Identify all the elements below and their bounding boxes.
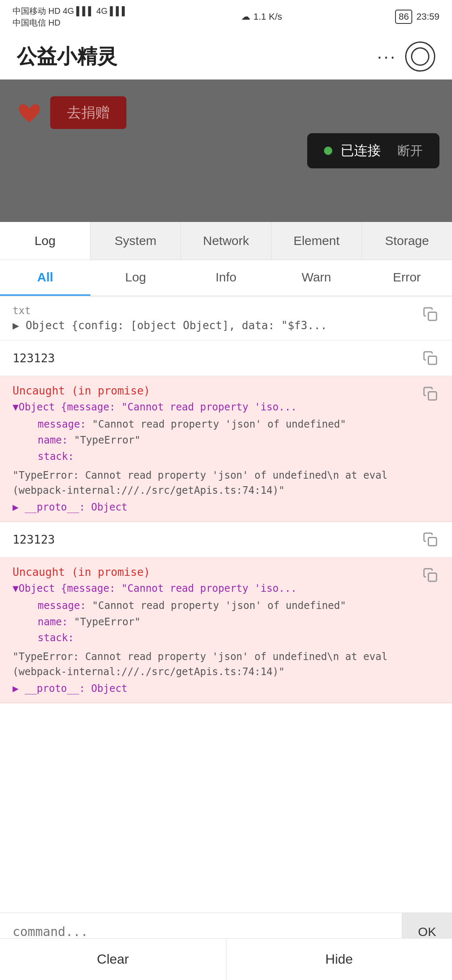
error-1-stack-text: "TypeError: Cannot read property 'json' … bbox=[13, 468, 439, 498]
error-2-prop-name: name: "TypeError" bbox=[13, 614, 439, 630]
wifi-icon: ☁ bbox=[241, 11, 250, 22]
error-2-object: ▼Object {message: "Cannot read property … bbox=[13, 583, 439, 594]
status-right: 86 23:59 bbox=[395, 10, 439, 24]
svg-rect-4 bbox=[429, 573, 437, 582]
carrier1-label: 中国移动 HD 4G ▌▌▌ 4G ▌▌▌ bbox=[13, 5, 128, 17]
tab-storage[interactable]: Storage bbox=[362, 222, 452, 260]
tab-log[interactable]: Log bbox=[0, 222, 90, 260]
filter-tab-all[interactable]: All bbox=[0, 260, 90, 296]
connection-badge: 已连接 断开 bbox=[307, 133, 439, 168]
log-number-2-value: 123123 bbox=[13, 533, 55, 547]
signal-area: ☁ 1.1 K/s bbox=[241, 11, 282, 22]
connection-status: 已连接 bbox=[341, 142, 381, 160]
svg-rect-0 bbox=[429, 312, 437, 321]
log-content: txt ▶ Object {config: [object Object], d… bbox=[0, 297, 452, 913]
app-title: 公益小精灵 bbox=[17, 43, 117, 70]
tab-network[interactable]: Network bbox=[181, 222, 271, 260]
filter-tab-warn[interactable]: Warn bbox=[271, 260, 362, 296]
header-actions: ··· bbox=[377, 41, 435, 72]
error-1-title: Uncaught (in promise) bbox=[13, 384, 439, 397]
copy-button-3[interactable] bbox=[421, 530, 439, 549]
log-entry-error-1: Uncaught (in promise) ▼Object {message: … bbox=[0, 376, 452, 522]
hide-button[interactable]: Hide bbox=[226, 939, 452, 980]
svg-rect-3 bbox=[429, 538, 437, 546]
log-entry-number-1: 123123 bbox=[0, 340, 452, 376]
filter-tab-error[interactable]: Error bbox=[362, 260, 452, 296]
tab-element[interactable]: Element bbox=[272, 222, 362, 260]
filter-tab-log[interactable]: Log bbox=[90, 260, 181, 296]
log-txt-value: ▶ Object {config: [object Object], data:… bbox=[13, 319, 327, 332]
log-entry-txt: txt ▶ Object {config: [object Object], d… bbox=[0, 297, 452, 340]
command-input[interactable] bbox=[0, 924, 402, 939]
carrier2-label: 中国电信 HD bbox=[13, 17, 128, 28]
log-number-1-value: 123123 bbox=[13, 351, 55, 365]
error-2-prop-stack: stack: bbox=[13, 630, 439, 646]
filter-tab-info[interactable]: Info bbox=[181, 260, 271, 296]
preview-controls: 去捐赠 bbox=[17, 96, 126, 129]
error-1-prop-name: name: "TypeError" bbox=[13, 432, 439, 448]
svg-rect-2 bbox=[429, 392, 437, 400]
error-1-object: ▼Object {message: "Cannot read property … bbox=[13, 401, 439, 413]
copy-button-error-1[interactable] bbox=[421, 384, 439, 403]
log-entry-error-2: Uncaught (in promise) ▼Object {message: … bbox=[0, 557, 452, 703]
log-entry-number-2: 123123 bbox=[0, 522, 452, 557]
bottom-bar: Clear Hide bbox=[0, 938, 452, 980]
tab-system[interactable]: System bbox=[90, 222, 181, 260]
log-txt-label: txt bbox=[13, 305, 327, 317]
more-button[interactable]: ··· bbox=[377, 46, 397, 67]
donate-button[interactable]: 去捐赠 bbox=[50, 96, 126, 129]
carrier-info: 中国移动 HD 4G ▌▌▌ 4G ▌▌▌ 中国电信 HD bbox=[13, 5, 128, 28]
error-1-proto: ▶ __proto__: Object bbox=[13, 501, 439, 513]
app-header: 公益小精灵 ··· bbox=[0, 34, 452, 80]
record-button[interactable] bbox=[405, 41, 435, 72]
clear-button[interactable]: Clear bbox=[0, 939, 226, 980]
log-filter-tabs: All Log Info Warn Error bbox=[0, 260, 452, 297]
disconnect-button[interactable]: 断开 bbox=[398, 142, 423, 160]
time-display: 23:59 bbox=[416, 11, 439, 22]
error-1-prop-stack: stack: bbox=[13, 449, 439, 464]
error-2-title: Uncaught (in promise) bbox=[13, 566, 439, 578]
battery-indicator: 86 bbox=[395, 10, 412, 24]
error-1-prop-message: message: "Cannot read property 'json' of… bbox=[13, 416, 439, 432]
error-2-stack-text: "TypeError: Cannot read property 'json' … bbox=[13, 649, 439, 679]
error-2-proto: ▶ __proto__: Object bbox=[13, 683, 439, 694]
status-bar: 中国移动 HD 4G ▌▌▌ 4G ▌▌▌ 中国电信 HD ☁ 1.1 K/s … bbox=[0, 0, 452, 34]
svg-rect-1 bbox=[429, 356, 437, 365]
preview-area: 去捐赠 已连接 断开 bbox=[0, 80, 452, 222]
copy-button-1[interactable] bbox=[421, 305, 439, 323]
heart-icon bbox=[17, 101, 42, 124]
content-spacer bbox=[0, 703, 452, 829]
error-2-prop-message: message: "Cannot read property 'json' of… bbox=[13, 598, 439, 614]
tab-navigation: Log System Network Element Storage bbox=[0, 222, 452, 260]
speed-label: 1.1 K/s bbox=[254, 11, 282, 22]
copy-button-2[interactable] bbox=[421, 349, 439, 367]
connection-dot bbox=[324, 147, 332, 155]
record-inner-circle bbox=[411, 47, 429, 66]
copy-button-error-2[interactable] bbox=[421, 566, 439, 584]
